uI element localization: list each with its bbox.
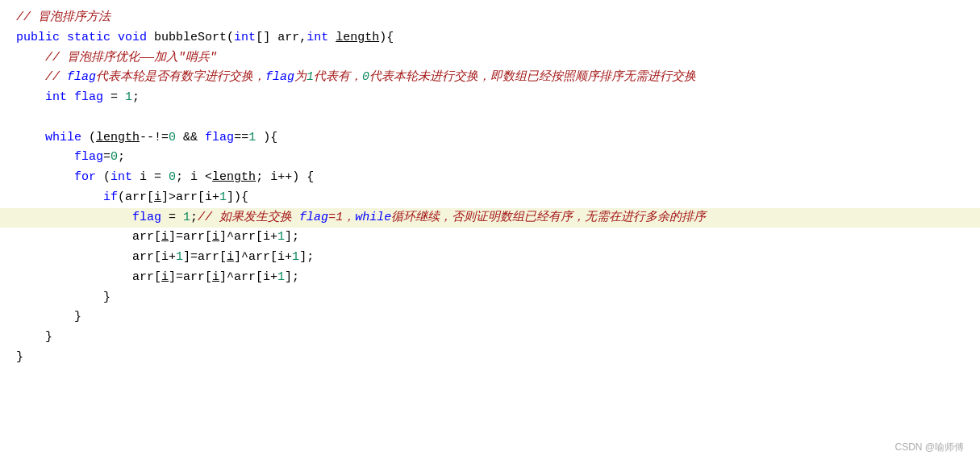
- num-1d: 1: [183, 208, 190, 228]
- line-5: int flag = 1;: [0, 88, 980, 108]
- kw-while: while: [45, 128, 81, 148]
- var-i1: i: [154, 188, 161, 208]
- param-length: length: [336, 28, 379, 48]
- line-6: [0, 108, 980, 128]
- line-17: }: [0, 328, 980, 348]
- num-1c: 1: [219, 188, 227, 208]
- num-1a: 1: [125, 88, 132, 108]
- kw-int2: int: [307, 28, 328, 48]
- num-1e: 1: [277, 228, 285, 248]
- num-1b: 1: [248, 128, 256, 148]
- kw-int4: int: [111, 168, 132, 188]
- comment-1: // 冒泡排序方法: [16, 8, 111, 28]
- comment-2: // 冒泡排序优化——加入"哨兵": [45, 48, 217, 69]
- kw-if: if: [103, 188, 118, 208]
- watermark: CSDN @喻师傅: [895, 440, 964, 456]
- line-8: flag=0;: [0, 148, 980, 168]
- comment-3: // flag代表本轮是否有数字进行交换，flag为1代表有，0代表本轮未进行交…: [45, 68, 696, 88]
- num-1h: 1: [277, 268, 285, 288]
- var-i4: i: [227, 248, 234, 268]
- var-i6: i: [212, 268, 219, 288]
- line-16: }: [0, 307, 980, 328]
- line-2: public static void bubbleSort(int[] arr,…: [0, 28, 980, 48]
- line-10: if(arr[i]>arr[i+1]){: [0, 188, 980, 208]
- line-11: flag = 1;// 如果发生交换 flag=1，while循环继续，否则证明…: [0, 208, 980, 228]
- var-flag2: flag: [205, 128, 234, 148]
- code-block: // 冒泡排序方法 public static void bubbleSort(…: [0, 0, 980, 464]
- line-18: }: [0, 348, 980, 368]
- var-i3: i: [212, 228, 219, 248]
- var-flag4: flag: [132, 208, 161, 228]
- kw-int1: int: [234, 28, 256, 48]
- line-15: }: [0, 288, 980, 308]
- line-13: arr[i+1]=arr[i]^arr[i+1];: [0, 248, 980, 268]
- num-0c: 0: [169, 168, 176, 188]
- comment-4: // 如果发生交换 flag=1，while循环继续，否则证明数组已经有序，无需…: [198, 208, 706, 228]
- kw-static: static: [67, 28, 111, 48]
- var-i5: i: [161, 268, 169, 288]
- num-1g: 1: [292, 248, 299, 268]
- num-0b: 0: [111, 148, 118, 168]
- kw-public: public: [16, 28, 60, 48]
- line-7: while (length--!=0 && flag==1 ){: [0, 128, 980, 148]
- num-0a: 0: [169, 128, 176, 148]
- line-3: // 冒泡排序优化——加入"哨兵": [0, 48, 980, 69]
- line-14: arr[i]=arr[i]^arr[i+1];: [0, 268, 980, 288]
- line-4: // flag代表本轮是否有数字进行交换，flag为1代表有，0代表本轮未进行交…: [0, 68, 980, 88]
- num-1f: 1: [176, 248, 183, 268]
- line-12: arr[i]=arr[i]^arr[i+1];: [0, 228, 980, 248]
- line-9: for (int i = 0; i <length; i++) {: [0, 168, 980, 188]
- var-flag1: flag: [74, 88, 103, 108]
- kw-void: void: [118, 28, 147, 48]
- line-1: // 冒泡排序方法: [0, 8, 980, 28]
- var-i2: i: [161, 228, 169, 248]
- kw-int3: int: [45, 88, 67, 108]
- var-length1: length: [96, 128, 140, 148]
- var-length2: length: [212, 168, 256, 188]
- kw-for: for: [74, 168, 96, 188]
- var-flag3: flag: [74, 148, 103, 168]
